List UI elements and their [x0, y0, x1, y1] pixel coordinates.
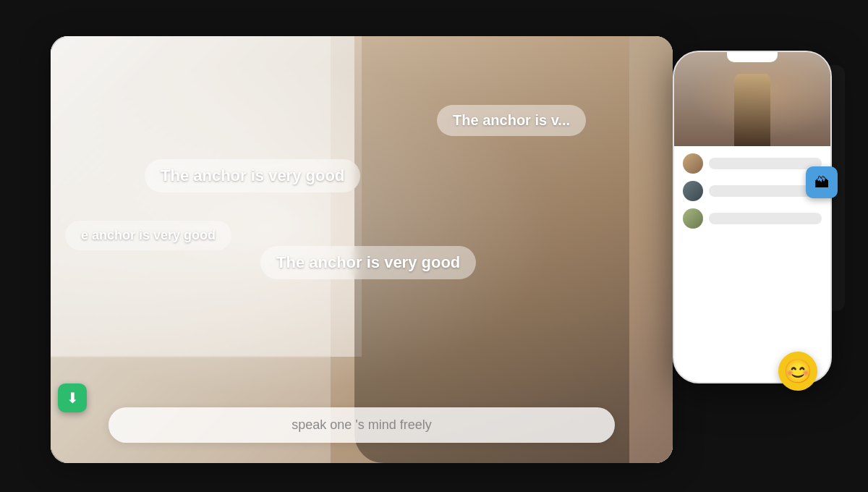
tablet-device: The anchor is v... The anchor is very go…	[51, 36, 673, 463]
download-button[interactable]: ⬇	[58, 383, 87, 412]
caption-bubble-4: The anchor is very good	[260, 246, 476, 279]
emoji-icon: 😊	[783, 357, 812, 385]
caption-bubble-3: e anchor is very good	[65, 221, 231, 250]
avatar-3	[683, 208, 703, 229]
avatar-1	[683, 153, 703, 174]
phone-device	[673, 51, 832, 383]
emoji-button[interactable]: 😊	[778, 352, 817, 391]
chat-row-1	[683, 153, 822, 174]
image-icon: 🏔	[814, 174, 829, 191]
caption-bubble-1: The anchor is v...	[437, 105, 586, 136]
chat-bubble-1	[709, 158, 822, 169]
avatar-2	[683, 181, 703, 201]
chat-row-2	[683, 181, 822, 201]
speech-input-bar[interactable]: speak one 's mind freely	[109, 407, 615, 443]
tablet-screen: The anchor is v... The anchor is very go…	[51, 36, 673, 463]
phone-video-preview	[674, 52, 830, 146]
phone-notch	[727, 52, 778, 62]
chat-bubble-2	[709, 185, 822, 197]
image-icon-button[interactable]: 🏔	[806, 166, 838, 198]
chat-row-3	[683, 208, 822, 229]
chat-bubble-3	[709, 213, 822, 224]
phone-person-silhouette	[734, 74, 770, 146]
download-icon: ⬇	[67, 389, 79, 407]
caption-bubble-2: The anchor is very good	[145, 159, 360, 192]
scene: The anchor is v... The anchor is very go…	[36, 22, 832, 470]
